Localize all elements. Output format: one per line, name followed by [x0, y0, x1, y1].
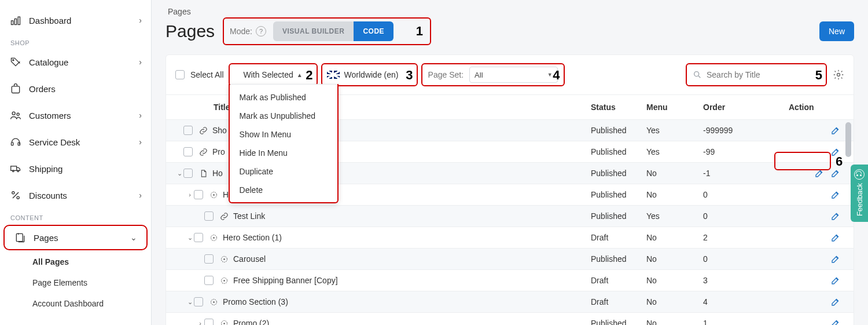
select-all-checkbox[interactable]: Select All: [175, 70, 224, 79]
with-selected-menu: Mark as PublishedMark as UnpublishedShow…: [229, 84, 339, 203]
svg-rect-7: [12, 143, 13, 145]
edit-visual-icon[interactable]: [830, 168, 841, 178]
row-title[interactable]: Sho: [212, 126, 227, 135]
dropdown-item[interactable]: Mark as Published: [229, 88, 338, 107]
row-checkbox[interactable]: [183, 126, 193, 135]
row-checkbox[interactable]: [204, 254, 214, 264]
row-title[interactable]: Promo Section (3): [223, 297, 288, 306]
row-title[interactable]: Test Link: [233, 211, 265, 221]
row-checkbox[interactable]: [194, 190, 203, 199]
select-all-label: Select All: [190, 70, 224, 79]
callout-2: 2: [306, 68, 312, 83]
dropdown-item[interactable]: Hide In Menu: [229, 144, 338, 162]
row-checkbox[interactable]: [194, 297, 203, 306]
row-checkbox[interactable]: [194, 233, 203, 242]
row-title[interactable]: Carousel: [233, 254, 266, 264]
callout-3: 3: [406, 68, 413, 83]
sidebar-item-service-desk[interactable]: Service Desk ›: [0, 129, 151, 155]
dropdown-item[interactable]: Mark as Unpublished: [229, 107, 338, 125]
expand-icon[interactable]: ⌄: [175, 170, 183, 177]
sidebar-sub-page-elements[interactable]: Page Elements: [0, 272, 151, 293]
mode-visual-builder-button[interactable]: VISUAL BUILDER: [273, 21, 354, 41]
sidebar-item-orders[interactable]: Orders: [0, 75, 151, 102]
row-type-icon: [219, 254, 229, 264]
expand-icon[interactable]: ›: [196, 320, 204, 325]
mode-switch-group: Mode: ? VISUAL BUILDER CODE 1: [223, 17, 431, 45]
page-set-select[interactable]: All ▼: [469, 67, 558, 83]
callout-4: 4: [553, 68, 560, 83]
svg-point-20: [213, 237, 215, 239]
locale-selector[interactable]: Worldwide (en) 3: [321, 63, 418, 86]
row-checkbox[interactable]: [204, 276, 214, 285]
sidebar-item-customers[interactable]: Customers ›: [0, 102, 151, 129]
page-set-value: All: [475, 71, 483, 79]
col-status[interactable]: Status: [591, 103, 646, 112]
dropdown-item[interactable]: Delete: [229, 181, 338, 199]
row-title[interactable]: Hero Section (1): [223, 233, 282, 242]
row-checkbox[interactable]: [183, 169, 193, 178]
row-status: Published: [591, 147, 646, 156]
locale-label: Worldwide (en): [344, 70, 399, 79]
sidebar-group-content: CONTENT: [0, 209, 151, 224]
svg-point-28: [223, 323, 225, 324]
mode-code-button[interactable]: CODE: [354, 21, 393, 41]
edit-icon[interactable]: [830, 211, 841, 221]
svg-point-12: [12, 192, 14, 194]
row-status: Published: [591, 254, 646, 264]
pages-icon: [14, 231, 27, 244]
edit-icon[interactable]: [830, 232, 841, 243]
sidebar-item-discounts[interactable]: Discounts ›: [0, 182, 151, 209]
sidebar-item-pages[interactable]: Pages ⌄: [3, 225, 148, 250]
search-input[interactable]: [707, 70, 820, 79]
edit-icon[interactable]: [814, 168, 825, 178]
gear-icon[interactable]: [833, 69, 844, 81]
row-title[interactable]: Promo (2): [233, 319, 269, 325]
sidebar-label: Dashboard: [29, 16, 139, 25]
row-status: Draft: [591, 233, 646, 242]
row-title[interactable]: Free Shipping Banner [Copy]: [233, 276, 338, 285]
row-title[interactable]: Pro: [212, 147, 225, 156]
help-icon[interactable]: ?: [256, 26, 266, 36]
expand-icon[interactable]: ›: [186, 191, 194, 198]
row-title[interactable]: H: [223, 190, 229, 199]
dropdown-item[interactable]: Duplicate: [229, 162, 338, 181]
scrollbar[interactable]: [844, 120, 852, 325]
sidebar-label: Pages: [34, 233, 130, 243]
row-order: 2: [703, 233, 789, 242]
row-status: Published: [591, 190, 646, 199]
edit-icon[interactable]: [830, 297, 841, 307]
sidebar-item-dashboard[interactable]: Dashboard ›: [0, 7, 151, 34]
row-title[interactable]: Ho: [212, 169, 223, 178]
row-type-icon: [219, 211, 229, 221]
edit-icon[interactable]: [830, 125, 841, 136]
col-menu[interactable]: Menu: [646, 103, 703, 112]
sidebar-item-shipping[interactable]: Shipping: [0, 155, 151, 182]
svg-rect-2: [18, 17, 20, 24]
dropdown-item[interactable]: Show In Menu: [229, 125, 338, 144]
svg-point-6: [17, 113, 19, 115]
edit-icon[interactable]: [830, 275, 841, 286]
with-selected-dropdown[interactable]: With Selected ▲ 2 Mark as PublishedMark …: [229, 63, 318, 86]
page-header: Pages Mode: ? VISUAL BUILDER CODE 1 New: [165, 17, 854, 45]
edit-icon[interactable]: [830, 189, 841, 200]
row-checkbox[interactable]: [204, 211, 214, 221]
sidebar-sub-account-dashboard[interactable]: Account Dashboard: [0, 293, 151, 314]
callout-1: 1: [416, 24, 423, 39]
svg-point-10: [13, 170, 14, 172]
feedback-tab[interactable]: Feedback: [851, 165, 868, 222]
sidebar-sub-all-pages[interactable]: All Pages: [0, 251, 151, 272]
sidebar-item-catalogue[interactable]: Catalogue ›: [0, 49, 151, 75]
edit-icon[interactable]: [830, 254, 841, 264]
new-button[interactable]: New: [819, 21, 854, 41]
search-icon: [693, 70, 702, 79]
page-set-filter: Page Set: All ▼ 4: [421, 63, 565, 86]
row-type-icon: [198, 169, 208, 178]
table-row: Test LinkPublishedYes0: [166, 206, 854, 227]
edit-icon[interactable]: [830, 318, 841, 325]
expand-icon[interactable]: ⌄: [186, 234, 194, 242]
chevron-down-icon: ⌄: [130, 233, 137, 242]
row-checkbox[interactable]: [183, 147, 193, 156]
expand-icon[interactable]: ⌄: [186, 298, 194, 306]
col-order[interactable]: Order: [703, 103, 789, 112]
row-checkbox[interactable]: [204, 319, 214, 325]
